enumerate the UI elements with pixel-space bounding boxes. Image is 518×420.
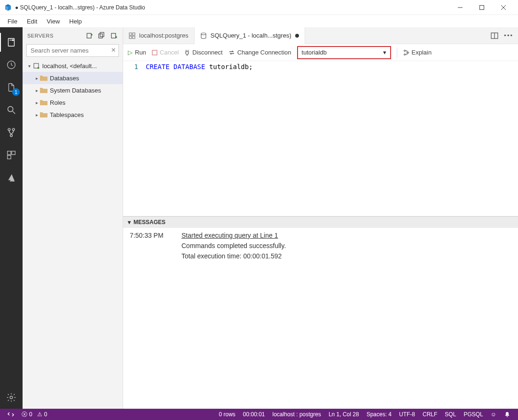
new-group-icon[interactable] xyxy=(98,32,106,39)
svg-rect-13 xyxy=(8,151,11,155)
more-actions-icon[interactable]: ••• xyxy=(504,32,513,39)
code-editor[interactable]: 1 CREATE DATABASE tutorialdb; xyxy=(123,61,518,216)
menu-view[interactable]: View xyxy=(42,17,64,26)
explain-label: Explain xyxy=(412,49,432,56)
messages-title: MESSAGES xyxy=(133,219,165,226)
server-icon xyxy=(32,62,40,69)
tree-item-system-databases[interactable]: ▸ System Databases xyxy=(23,84,123,96)
status-time[interactable]: 00:00:01 xyxy=(239,411,269,418)
tab-localhost-postgres[interactable]: localhost:postgres xyxy=(123,27,195,44)
status-connection[interactable]: localhost : postgres xyxy=(269,411,325,418)
change-connection-icon xyxy=(228,49,235,56)
chevron-right-icon: ▸ xyxy=(34,112,39,117)
explorer-badge: 1 xyxy=(12,88,20,96)
tree-item-label: System Databases xyxy=(50,87,101,94)
svg-point-12 xyxy=(10,134,13,137)
svg-rect-27 xyxy=(133,36,135,39)
chevron-down-icon: ▾ xyxy=(26,63,32,69)
messages-header[interactable]: ▾ MESSAGES xyxy=(123,217,518,228)
notifications-icon[interactable] xyxy=(500,411,514,418)
minimize-button[interactable] xyxy=(449,0,471,15)
menu-edit[interactable]: Edit xyxy=(22,17,42,26)
dirty-indicator-icon xyxy=(295,34,299,38)
activity-source-control[interactable] xyxy=(0,121,23,144)
folder-icon xyxy=(39,75,48,81)
database-select[interactable]: tutorialdb ▾ xyxy=(297,46,391,59)
tree-server-root[interactable]: ▾ localhost, <default... xyxy=(23,60,123,72)
svg-point-23 xyxy=(38,67,39,69)
svg-point-11 xyxy=(12,128,15,131)
svg-rect-17 xyxy=(87,33,91,38)
activity-servers[interactable] xyxy=(0,31,23,54)
refresh-servers-icon[interactable] xyxy=(110,32,118,39)
servers-sidebar: SERVERS ✕ ▾ localhost, <default... ▸ Dat… xyxy=(23,27,123,409)
svg-rect-15 xyxy=(8,156,11,159)
run-button[interactable]: ▷ Run xyxy=(128,49,146,56)
svg-line-9 xyxy=(13,111,16,114)
tree-item-roles[interactable]: ▸ Roles xyxy=(23,96,123,109)
query-toolbar: ▷ Run Cancel Disconnect Change Connectio… xyxy=(123,44,518,61)
status-provider[interactable]: PGSQL xyxy=(460,411,487,418)
disconnect-icon xyxy=(184,49,190,56)
tab-sqlquery-1[interactable]: SQLQuery_1 - localh...stgres) xyxy=(195,27,305,44)
message-line-1[interactable]: Started executing query at Line 1 xyxy=(181,232,278,239)
window-title: ● SQLQuery_1 - localh...stgres) - Azure … xyxy=(15,4,449,11)
menu-file[interactable]: File xyxy=(3,17,22,26)
activity-search[interactable] xyxy=(0,99,23,121)
dashboard-icon xyxy=(129,32,135,39)
disconnect-label: Disconnect xyxy=(192,49,222,56)
messages-body: 7:50:33 PM Started executing query at Li… xyxy=(123,228,518,266)
activity-settings[interactable] xyxy=(0,386,23,409)
status-language[interactable]: SQL xyxy=(441,411,460,418)
remote-indicator[interactable] xyxy=(4,411,18,418)
close-button[interactable] xyxy=(493,0,514,15)
tree-item-label: Databases xyxy=(50,75,79,82)
svg-point-28 xyxy=(201,33,206,35)
change-connection-button[interactable]: Change Connection xyxy=(228,49,291,56)
status-eol[interactable]: CRLF xyxy=(419,411,441,418)
activity-explorer[interactable]: 1 xyxy=(0,76,23,99)
folder-icon xyxy=(39,87,48,93)
feedback-icon[interactable]: ☺ xyxy=(487,411,500,418)
status-problems[interactable]: ⓧ0 ⚠0 xyxy=(18,411,51,419)
activity-history[interactable] xyxy=(0,54,23,76)
activity-azure[interactable] xyxy=(0,166,23,189)
svg-rect-24 xyxy=(129,33,132,35)
clear-search-icon[interactable]: ✕ xyxy=(111,47,116,54)
tab-label: SQLQuery_1 - localh...stgres) xyxy=(211,32,291,39)
status-position[interactable]: Ln 1, Col 28 xyxy=(325,411,363,418)
svg-point-21 xyxy=(115,36,117,38)
chevron-down-icon: ▾ xyxy=(383,49,386,56)
messages-panel: ▾ MESSAGES 7:50:33 PM Started executing … xyxy=(123,216,518,409)
folder-icon xyxy=(39,112,48,117)
tree-item-databases[interactable]: ▸ Databases xyxy=(23,72,123,84)
svg-rect-1 xyxy=(480,5,484,9)
chevron-right-icon: ▸ xyxy=(34,76,39,81)
folder-icon xyxy=(39,100,48,105)
svg-point-33 xyxy=(404,54,405,55)
status-spaces[interactable]: Spaces: 4 xyxy=(363,411,395,418)
status-encoding[interactable]: UTF-8 xyxy=(395,411,419,418)
chevron-right-icon: ▸ xyxy=(34,88,39,93)
new-connection-icon[interactable] xyxy=(86,32,94,39)
explain-button[interactable]: Explain xyxy=(403,49,432,56)
split-editor-icon[interactable] xyxy=(491,32,498,39)
cancel-label: Cancel xyxy=(160,49,179,56)
maximize-button[interactable] xyxy=(471,0,493,15)
svg-rect-19 xyxy=(100,32,104,37)
message-timestamp: 7:50:33 PM xyxy=(130,232,181,239)
menu-help[interactable]: Help xyxy=(64,17,86,26)
svg-rect-26 xyxy=(129,36,132,39)
cancel-button[interactable]: Cancel xyxy=(152,49,179,56)
search-input[interactable] xyxy=(26,44,119,57)
disconnect-button[interactable]: Disconnect xyxy=(184,49,222,56)
line-number: 1 xyxy=(123,63,146,216)
svg-point-16 xyxy=(10,396,13,399)
sidebar-search: ✕ xyxy=(23,44,123,60)
tree-item-tablespaces[interactable]: ▸ Tablespaces xyxy=(23,109,123,121)
status-rows[interactable]: 0 rows xyxy=(215,411,239,418)
activity-extensions[interactable] xyxy=(0,144,23,166)
editor-area: localhost:postgres SQLQuery_1 - localh..… xyxy=(123,27,518,409)
svg-point-10 xyxy=(8,128,10,131)
tree-item-label: Roles xyxy=(50,99,65,106)
